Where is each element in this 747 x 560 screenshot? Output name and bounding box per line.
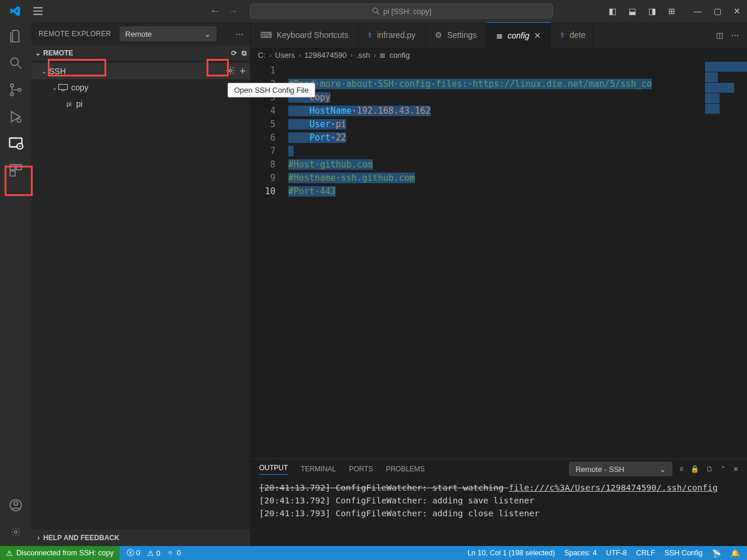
- breadcrumb-seg[interactable]: C:: [258, 51, 266, 60]
- svg-point-14: [14, 502, 18, 506]
- status-warnings[interactable]: ⚠ 0: [147, 549, 160, 558]
- search-icon[interactable]: [8, 55, 24, 71]
- svg-rect-17: [59, 85, 68, 90]
- feedback-icon[interactable]: 📡: [712, 549, 721, 558]
- split-editor-icon[interactable]: ◫: [716, 31, 723, 40]
- chevron-right-icon: ›: [37, 534, 40, 542]
- svg-point-4: [11, 84, 13, 87]
- output-source-select[interactable]: Remote - SSH ⌄: [569, 462, 672, 476]
- tree-item-copy[interactable]: ⌄ copy: [32, 79, 250, 96]
- panel-tab-output[interactable]: OUTPUT: [259, 464, 288, 475]
- tab-dete[interactable]: ⚕ dete: [551, 22, 593, 48]
- remote-tree: ⌄ SSH + ⌄ copy pi pi: [32, 61, 250, 112]
- svg-rect-11: [16, 164, 22, 170]
- file-icon: ≣: [496, 31, 503, 40]
- code-line: #Read·more·about·SSH·config·files:·https…: [288, 79, 652, 89]
- breadcrumb-seg[interactable]: config: [389, 51, 410, 60]
- status-indent[interactable]: Spaces: 4: [564, 549, 597, 557]
- sidebar-more-icon[interactable]: ⋯: [236, 30, 243, 38]
- status-errors[interactable]: ⓧ 0: [127, 548, 140, 558]
- add-ssh-host-icon[interactable]: +: [239, 65, 246, 78]
- settings-gear-icon[interactable]: [8, 524, 24, 540]
- panel-tab-ports[interactable]: PORTS: [349, 465, 373, 473]
- line-gutter: 12345678910: [251, 62, 288, 459]
- log-line: [20:41:13.792] ConfigFileWatcher: adding…: [259, 494, 739, 507]
- extensions-icon[interactable]: [8, 162, 24, 178]
- section-help-feedback[interactable]: › HELP AND FEEDBACK: [32, 530, 250, 546]
- run-debug-icon[interactable]: [8, 108, 24, 125]
- remote-explorer-icon[interactable]: [8, 135, 24, 152]
- explorer-icon[interactable]: [8, 28, 24, 44]
- bottom-panel: OUTPUT TERMINAL PORTS PROBLEMS Remote - …: [251, 459, 747, 546]
- code-editor[interactable]: #Read·more·about·SSH·config·files:·https…: [288, 62, 747, 459]
- layout-customize-icon[interactable]: ⊞: [666, 6, 677, 16]
- panel-tab-terminal[interactable]: TERMINAL: [301, 465, 336, 473]
- svg-line-1: [377, 12, 379, 15]
- nav-forward-icon[interactable]: →: [228, 5, 238, 17]
- code-line: ····HostName·192.168.43.162: [288, 106, 431, 116]
- remote-type-value: Remote: [125, 30, 152, 38]
- source-control-icon[interactable]: [8, 82, 24, 98]
- status-encoding[interactable]: UTF-8: [606, 549, 627, 557]
- breadcrumb-seg[interactable]: Users: [275, 51, 295, 60]
- code-line: ····User·pi: [288, 119, 346, 130]
- breadcrumb-seg[interactable]: .ssh: [356, 51, 370, 60]
- status-remote[interactable]: ⚠ Disconnected from SSH: copy: [0, 546, 120, 560]
- panel-maximize-icon[interactable]: ⌃: [720, 465, 726, 473]
- tab-label: dete: [570, 30, 585, 40]
- clear-output-icon[interactable]: 🗋: [706, 465, 713, 473]
- section-remote[interactable]: ⌄ REMOTE ⟳ ⧉: [32, 46, 250, 61]
- tab-settings[interactable]: ⚙ Settings: [425, 22, 487, 48]
- new-window-icon[interactable]: ⧉: [242, 49, 247, 57]
- status-language[interactable]: SSH Config: [665, 549, 703, 557]
- activity-bar: [0, 22, 32, 546]
- tab-config[interactable]: ≣ config ✕: [487, 22, 551, 48]
- command-center[interactable]: pi [SSH: copy]: [250, 4, 553, 19]
- command-center-text: pi [SSH: copy]: [383, 7, 431, 16]
- tree-item-ssh[interactable]: ⌄ SSH +: [32, 63, 250, 79]
- window-minimize-icon[interactable]: —: [692, 6, 703, 16]
- log-link[interactable]: file:///c%3A/Users/1298474590/.ssh/confi…: [509, 483, 718, 492]
- svg-point-0: [373, 8, 378, 13]
- window-close-icon[interactable]: ✕: [732, 6, 742, 16]
- nav-back-icon[interactable]: ←: [210, 5, 220, 17]
- python-icon: ⚕: [368, 30, 372, 40]
- vscode-logo-icon: [9, 5, 21, 17]
- layout-left-icon[interactable]: ◧: [607, 6, 617, 16]
- output-log[interactable]: [20:41:13.792] ConfigFileWatcher: start …: [251, 479, 747, 546]
- breadcrumb[interactable]: C:› Users› 1298474590› .ssh› ≣ config: [251, 48, 747, 62]
- layout-bottom-icon[interactable]: ⬓: [627, 6, 637, 16]
- tree-item-pi[interactable]: pi pi: [32, 96, 250, 112]
- remote-type-select[interactable]: Remote ⌄: [120, 26, 217, 41]
- status-eol[interactable]: CRLF: [636, 549, 655, 557]
- code-line: #Port·443: [288, 186, 336, 197]
- layout-right-icon[interactable]: ◨: [647, 6, 657, 16]
- chevron-down-icon: ⌄: [40, 68, 48, 75]
- section-label: HELP AND FEEDBACK: [43, 534, 120, 542]
- panel-close-icon[interactable]: ✕: [733, 465, 739, 473]
- svg-rect-12: [10, 171, 15, 176]
- tree-label: pi: [76, 99, 83, 108]
- more-actions-icon[interactable]: ⋯: [731, 31, 739, 40]
- minimap[interactable]: [705, 62, 747, 459]
- svg-point-15: [15, 531, 18, 534]
- panel-tab-problems[interactable]: PROBLEMS: [386, 465, 425, 473]
- tab-keyboard-shortcuts[interactable]: ⌨ Keyboard Shortcuts: [251, 22, 358, 48]
- lock-scroll-icon[interactable]: 🔒: [690, 465, 699, 473]
- configure-ssh-icon[interactable]: [225, 65, 236, 78]
- refresh-icon[interactable]: ⟳: [231, 49, 237, 57]
- window-maximize-icon[interactable]: ▢: [712, 6, 722, 16]
- menu-icon[interactable]: [33, 6, 43, 16]
- status-remote-text: Disconnected from SSH: copy: [16, 549, 114, 557]
- breadcrumb-seg[interactable]: 1298474590: [305, 51, 347, 60]
- bell-icon[interactable]: 🔔: [731, 549, 740, 558]
- accounts-icon[interactable]: [8, 497, 24, 513]
- filter-icon[interactable]: ≡: [679, 465, 683, 473]
- close-icon[interactable]: ✕: [534, 31, 541, 40]
- tab-infrared[interactable]: ⚕ infrared.py: [358, 22, 425, 48]
- status-ports[interactable]: ᯤ 0: [167, 549, 181, 557]
- svg-point-7: [17, 118, 20, 123]
- tab-label: Settings: [447, 30, 477, 40]
- editor-tabs: ⌨ Keyboard Shortcuts ⚕ infrared.py ⚙ Set…: [251, 22, 747, 48]
- status-cursor[interactable]: Ln 10, Col 1 (198 selected): [467, 549, 555, 557]
